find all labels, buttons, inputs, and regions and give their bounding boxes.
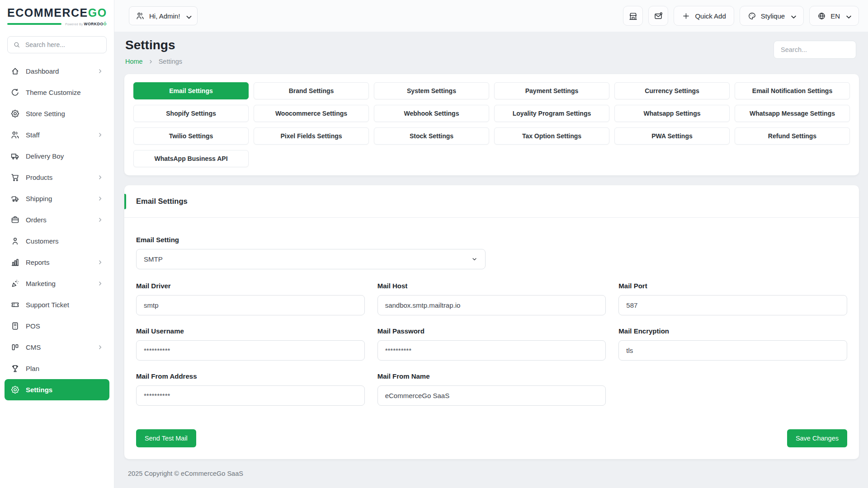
tab-tax-option-settings[interactable]: Tax Option Settings <box>494 127 609 145</box>
mail-port-input[interactable] <box>618 295 847 315</box>
sidebar-search-input[interactable] <box>24 41 108 49</box>
storefront-button[interactable] <box>623 6 643 26</box>
sidebar-item-pos[interactable]: POS <box>5 315 109 337</box>
theme-icon <box>10 88 20 97</box>
sidebar-item-label: Orders <box>26 216 47 224</box>
mail-from-name-input[interactable] <box>377 385 606 406</box>
mail-password-input[interactable] <box>377 340 606 361</box>
tab-twilio-settings[interactable]: Twilio Settings <box>133 127 249 145</box>
tab-woocommerce-settings[interactable]: Woocommerce Settings <box>254 105 369 122</box>
sidebar-item-theme-customize[interactable]: Theme Customize <box>5 82 109 103</box>
sidebar-item-cms[interactable]: CMS <box>5 337 109 358</box>
field-label: Mail From Address <box>136 372 365 380</box>
chevron-right-icon <box>97 174 104 181</box>
sidebar-item-label: Store Setting <box>26 110 65 117</box>
sidebar-item-orders[interactable]: Orders <box>5 209 109 230</box>
theme-style-dropdown[interactable]: Stylique <box>740 6 804 26</box>
field-label: Mail Encryption <box>618 327 847 335</box>
content-search <box>774 38 856 59</box>
truck-icon <box>10 151 20 161</box>
sidebar-item-dashboard[interactable]: Dashboard <box>5 61 109 82</box>
field-label: Mail From Name <box>377 372 606 380</box>
sidebar-item-store-setting[interactable]: Store Setting <box>5 103 109 124</box>
sidebar-item-label: Products <box>26 174 52 181</box>
tab-webhook-settings[interactable]: Webhook Settings <box>374 105 489 122</box>
mail-driver-input[interactable] <box>136 295 365 315</box>
users-icon <box>10 130 20 140</box>
sidebar-item-label: Dashboard <box>26 67 59 75</box>
language-dropdown[interactable]: EN <box>809 6 859 26</box>
megaphone-icon <box>10 279 20 288</box>
theme-style-label: Stylique <box>761 12 785 20</box>
tab-brand-settings[interactable]: Brand Settings <box>254 82 369 99</box>
email-setting-select[interactable]: SMTP <box>136 249 486 269</box>
sidebar-item-products[interactable]: Products <box>5 167 109 188</box>
send-test-mail-button[interactable]: Send Test Mail <box>136 429 196 447</box>
tab-whatsapp-business-api[interactable]: WhatsApp Business API <box>133 150 249 167</box>
brand-name-accent: GO <box>88 6 107 19</box>
field-label: Mail Host <box>377 282 606 290</box>
chevron-down-icon <box>789 13 796 19</box>
main-column: Hi, Admin! Quick Add Stylique EN <box>114 0 868 488</box>
email-templates-button[interactable] <box>648 6 668 26</box>
tab-currency-settings[interactable]: Currency Settings <box>614 82 730 99</box>
save-changes-button[interactable]: Save Changes <box>787 429 847 447</box>
brand-logo: ECOMMERCEGO Powered By WORKDOÓ <box>0 0 114 28</box>
sidebar-item-staff[interactable]: Staff <box>5 124 109 145</box>
tab-system-settings[interactable]: System Settings <box>374 82 489 99</box>
chevron-down-icon <box>184 13 191 19</box>
field-mail-password: Mail Password <box>377 327 606 361</box>
tab-whatsapp-message-settings[interactable]: Whatsapp Message Settings <box>735 105 850 122</box>
powered-by-label: Powered By WORKDOÓ <box>65 22 107 26</box>
user-menu-button[interactable]: Hi, Admin! <box>129 6 198 25</box>
sidebar-item-customers[interactable]: Customers <box>5 230 109 252</box>
mail-encryption-input[interactable] <box>618 340 847 361</box>
mail-from-address-input[interactable] <box>136 385 365 406</box>
breadcrumb-current: Settings <box>159 58 182 65</box>
tab-shopify-settings[interactable]: Shopify Settings <box>133 105 249 122</box>
content-search-input[interactable] <box>774 41 856 59</box>
tab-stock-settings[interactable]: Stock Settings <box>374 127 489 145</box>
page-title: Settings <box>125 38 182 52</box>
sidebar-item-support-ticket[interactable]: Support Ticket <box>5 294 109 315</box>
breadcrumb: Home Settings <box>125 58 182 65</box>
tab-refund-settings[interactable]: Refund Settings <box>735 127 850 145</box>
sidebar-item-delivery-boy[interactable]: Delivery Boy <box>5 145 109 167</box>
sidebar-item-label: POS <box>26 322 40 330</box>
shipping-truck-icon <box>10 194 20 203</box>
mail-username-input[interactable] <box>136 340 365 361</box>
sidebar-item-plan[interactable]: Plan <box>5 358 109 379</box>
content-area: Settings Home Settings Email SettingsBra… <box>114 32 868 488</box>
store-icon <box>628 11 638 21</box>
chevron-down-icon <box>471 256 478 263</box>
sidebar-item-marketing[interactable]: Marketing <box>5 273 109 294</box>
tab-email-settings[interactable]: Email Settings <box>133 82 249 99</box>
chevron-right-icon <box>97 195 104 202</box>
tab-payment-settings[interactable]: Payment Settings <box>494 82 609 99</box>
sidebar-item-shipping[interactable]: Shipping <box>5 188 109 209</box>
chart-bar-icon <box>10 258 20 267</box>
topbar: Hi, Admin! Quick Add Stylique EN <box>114 0 868 32</box>
brand-name: ECOMMERCEGO <box>7 7 107 19</box>
tab-email-notification-settings[interactable]: Email Notification Settings <box>735 82 850 99</box>
tab-loyality-program-settings[interactable]: Loyality Program Settings <box>494 105 609 122</box>
users-icon <box>136 11 145 20</box>
quick-add-button[interactable]: Quick Add <box>674 6 734 26</box>
sidebar-item-settings[interactable]: Settings <box>5 379 109 400</box>
settings-tabs-card: Email SettingsBrand SettingsSystem Setti… <box>124 74 859 175</box>
chevron-right-icon <box>97 280 104 287</box>
field-label: Mail Driver <box>136 282 365 290</box>
breadcrumb-home-link[interactable]: Home <box>125 58 143 65</box>
cms-icon <box>10 343 20 352</box>
tab-pwa-settings[interactable]: PWA Settings <box>614 127 730 145</box>
tab-whatsapp-settings[interactable]: Whatsapp Settings <box>614 105 730 122</box>
field-mail-port: Mail Port <box>618 282 847 315</box>
mail-host-input[interactable] <box>377 295 606 315</box>
user-greeting: Hi, Admin! <box>149 12 180 20</box>
sidebar-item-reports[interactable]: Reports <box>5 252 109 273</box>
email-setting-label: Email Setting <box>136 236 486 244</box>
chevron-right-icon <box>97 68 104 75</box>
mail-icon <box>654 11 663 21</box>
tab-pixel-fields-settings[interactable]: Pixel Fields Settings <box>254 127 369 145</box>
field-mail-driver: Mail Driver <box>136 282 365 315</box>
